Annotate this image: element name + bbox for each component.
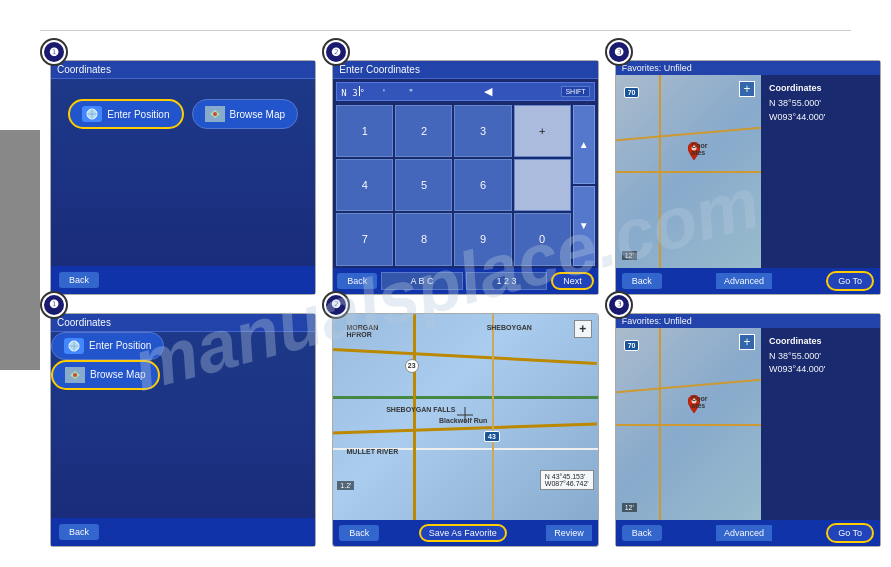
screen-1: Coordinates Enter Position — [50, 60, 316, 295]
abc-button[interactable]: A B C — [381, 272, 462, 290]
key-empty1 — [514, 159, 571, 211]
go-to-button-top[interactable]: Go To — [826, 271, 874, 291]
highway-43-badge: 43 — [484, 431, 500, 442]
enter-position-button-2[interactable]: Enter Position — [51, 332, 164, 360]
panel1-back-button[interactable]: Back — [59, 272, 99, 288]
panel3-back-button[interactable]: Back — [622, 273, 662, 289]
highway-badge-bottom: 70 — [624, 340, 640, 351]
cell-2: ❷ Enter Coordinates N 3° ' " ◀ SHIFT 1 2… — [332, 60, 598, 295]
panel4-back-button[interactable]: Back — [59, 524, 99, 540]
key-6[interactable]: 6 — [454, 159, 511, 211]
num-button[interactable]: 1 2 3 — [466, 272, 547, 290]
shift-button[interactable]: SHIFT — [561, 86, 589, 97]
panel1-header: Coordinates — [51, 61, 315, 79]
key-3[interactable]: 3 — [454, 105, 511, 157]
enter-position-label-2: Enter Position — [89, 340, 151, 351]
panel4-buttons: Enter Position Browse Map — [51, 332, 315, 390]
info-title-bottom: Coordinates — [769, 336, 872, 346]
map-zoom-plus-top[interactable]: + — [739, 81, 755, 97]
cell-4: ❶ Coordinates Enter Position — [50, 313, 316, 548]
browse-map-icon — [205, 106, 225, 122]
panel1-bottom-bar: Back — [51, 266, 315, 294]
enter-position-icon-2 — [64, 338, 84, 354]
cell-6: ❸ Favorites: Unfiled 70 + — [615, 313, 881, 548]
scroll-buttons: ▲ ▼ — [573, 105, 595, 266]
bm-scale-display: 1.2' — [337, 481, 354, 490]
scroll-up-button[interactable]: ▲ — [573, 105, 595, 184]
highway-badge-top: 70 — [624, 87, 640, 98]
map-road-b1 — [616, 379, 761, 394]
browse-map-label: Browse Map — [230, 109, 286, 120]
bm-label-sheboygan: SHEBOYGAN — [487, 324, 532, 331]
review-button[interactable]: Review — [546, 525, 592, 541]
scroll-down-button[interactable]: ▼ — [573, 186, 595, 265]
panel3-bottom-bar: Back Advanced Go To — [616, 268, 880, 294]
fav-header-top: Favorites: Unfiled — [616, 61, 880, 75]
coord-input-display: N 3° ' " — [341, 86, 413, 98]
key-2[interactable]: 2 — [395, 105, 452, 157]
panel2-header: Enter Coordinates — [333, 61, 597, 79]
browse-map-view: MORGANHPROR SHEBOYGAN SHEBOYGAN FALLS Bl… — [333, 314, 597, 521]
screen-4: Coordinates Enter Position — [50, 313, 316, 548]
step-badge-6: ❸ — [605, 291, 633, 319]
map-view-bottom: 70 + Coorates 12' — [616, 328, 761, 521]
key-8[interactable]: 8 — [395, 213, 452, 265]
key-5[interactable]: 5 — [395, 159, 452, 211]
bm-road-6 — [492, 314, 494, 521]
step-number-6: ❸ — [609, 295, 629, 315]
map-view-top: 70 + Coorates 12' — [616, 75, 761, 268]
go-to-button-bottom[interactable]: Go To — [826, 523, 874, 543]
panel4-header: Coordinates — [51, 314, 315, 332]
next-button[interactable]: Next — [551, 272, 594, 290]
map-road-2 — [616, 171, 761, 173]
key-9[interactable]: 9 — [454, 213, 511, 265]
panel6-back-button[interactable]: Back — [622, 525, 662, 541]
info-coords-top: N 38°55.000' W093°44.000' — [769, 97, 872, 124]
panel3-content: 70 + Coorates 12' — [616, 75, 880, 268]
step-number-4: ❶ — [44, 295, 64, 315]
key-plus[interactable]: + — [514, 105, 571, 157]
bm-road-5 — [413, 314, 416, 521]
browse-map-button[interactable]: Browse Map — [192, 99, 299, 129]
coord-arrow-icon: ◀ — [484, 85, 492, 98]
key-4[interactable]: 4 — [336, 159, 393, 211]
step-badge-4: ❶ — [40, 291, 68, 319]
map-road-b2 — [616, 424, 761, 426]
cell-5: ❷ MORGANHPROR SHEBOYGAN SHEBOYGAN FALLS … — [332, 313, 598, 548]
step-badge-1: ❶ — [40, 38, 68, 66]
panel2-back-button[interactable]: Back — [337, 273, 377, 289]
browse-map-label-2: Browse Map — [90, 369, 146, 380]
step-badge-3: ❸ — [605, 38, 633, 66]
browse-zoom-plus[interactable]: + — [574, 320, 592, 338]
svg-point-10 — [73, 373, 77, 377]
map-road-3 — [659, 75, 661, 268]
key-0[interactable]: 0 — [514, 213, 571, 265]
enter-position-label: Enter Position — [107, 109, 169, 120]
enter-position-icon — [82, 106, 102, 122]
save-as-favorite-button[interactable]: Save As Favorite — [419, 524, 507, 542]
map-label-coords: Coorates — [691, 142, 707, 156]
enter-position-button[interactable]: Enter Position — [68, 99, 183, 129]
step-badge-5: ❷ — [322, 291, 350, 319]
step-number-5: ❷ — [326, 295, 346, 315]
map-zoom-plus-bottom[interactable]: + — [739, 334, 755, 350]
bm-road-2 — [333, 396, 597, 399]
panel5-back-button[interactable]: Back — [339, 525, 379, 541]
cell-1: ❶ Coordinates Enter Position — [50, 60, 316, 295]
bm-label-mullet: MULLET RIVER — [347, 448, 399, 455]
panel2-bottom-bar: Back A B C 1 2 3 Next — [333, 268, 597, 294]
bm-road-1 — [333, 348, 597, 365]
browse-map-button-2[interactable]: Browse Map — [51, 360, 160, 390]
highway-23-badge: 23 — [405, 359, 419, 373]
panel6-content: 70 + Coorates 12' Coordinates N — [616, 328, 880, 521]
step-number-1: ❶ — [44, 42, 64, 62]
key-7[interactable]: 7 — [336, 213, 393, 265]
step-number-2: ❷ — [326, 42, 346, 62]
scale-bottom: 12' — [622, 503, 637, 512]
top-border — [40, 30, 851, 31]
bm-label-morgan: MORGANHPROR — [347, 324, 379, 338]
panel5-bottom-bar: Back Save As Favorite Review — [333, 520, 597, 546]
key-1[interactable]: 1 — [336, 105, 393, 157]
advanced-button-top[interactable]: Advanced — [716, 273, 772, 289]
advanced-button-bottom[interactable]: Advanced — [716, 525, 772, 541]
